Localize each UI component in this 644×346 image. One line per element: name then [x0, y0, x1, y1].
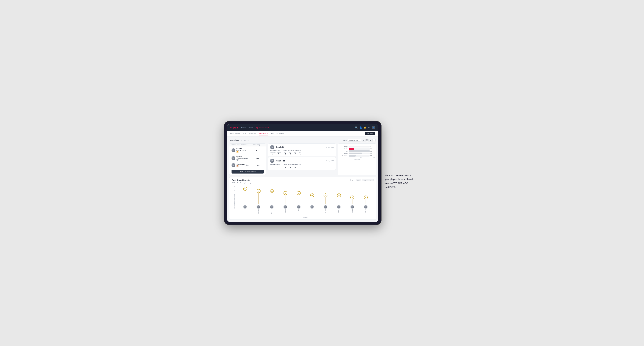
nav-all-players[interactable]: All Players: [276, 132, 284, 135]
bar-value-bogeys: 311: [370, 153, 375, 154]
nav-my-performance[interactable]: My Performance: [256, 126, 268, 129]
player-col: CQC. Quick: [361, 205, 370, 215]
nav-pgat-players[interactable]: PGAT Players: [230, 132, 240, 135]
list-view-btn[interactable]: ☰: [366, 139, 368, 142]
filter-view-btn[interactable]: ⬇: [372, 139, 376, 142]
app-logo: clippd: [230, 126, 238, 129]
activities-label-1: Total Practice Activities: [284, 150, 302, 152]
tournament-val-1: 7: [272, 153, 273, 155]
gold-badge: 1: [236, 151, 238, 153]
card-avatar-1: RB: [270, 145, 274, 149]
streak-bubble: 6x: [270, 189, 274, 193]
nav-home[interactable]: Home: [241, 126, 246, 129]
y-tick-4: 4: [234, 194, 235, 195]
player-name-label: C. Quick: [365, 209, 366, 213]
player-name-label: E. Ebert: [244, 209, 246, 213]
rounds-label-1: Total Rounds: [270, 150, 281, 152]
nav-links: Home Teams My Performance: [241, 126, 352, 129]
player-col: ECE. Crossman: [307, 205, 317, 215]
player-info-1: RB Richard Butler 1: [232, 148, 242, 153]
team-player-count: | 14 Players: [240, 140, 247, 141]
search-icon[interactable]: 🔍: [355, 126, 358, 129]
y-tick-6: 6: [234, 190, 235, 191]
nav-teams[interactable]: Teams: [248, 126, 254, 129]
activities-label-2: Total Practice Activities: [284, 164, 302, 165]
x-label-200: 200: [360, 157, 362, 158]
putt-val-2: 1: [300, 167, 301, 169]
show-select[interactable]: Last 3 months Last 6 months Last year: [348, 139, 361, 142]
card-view-btn[interactable]: ▦: [369, 139, 372, 142]
player-info-3: CM Cameron... 3: [232, 163, 245, 167]
chart-panel: Eagles 3 Birdies: [338, 144, 376, 175]
view-full-leaderboard-btn[interactable]: View Full Leaderboard: [232, 170, 264, 173]
streak-bubble: 5x: [284, 191, 287, 195]
user-icon[interactable]: 👤: [360, 126, 362, 129]
nav-hcaps[interactable]: Hcaps 1-5: [249, 132, 256, 135]
filter-btn-putt[interactable]: PUTT: [368, 179, 374, 181]
player-badge-1: 1: [236, 151, 242, 153]
player-col: BMB. McHerg: [254, 205, 263, 215]
player-dot: EE: [243, 205, 247, 209]
add-team-button[interactable]: Add Team: [365, 132, 375, 135]
team-title: Team Clippd: [230, 139, 239, 141]
streak-bubble: 6x: [257, 189, 260, 193]
y-tick-2: 2: [234, 198, 235, 199]
nav-tour[interactable]: Tour: [270, 132, 274, 135]
bar-track-eagles: [349, 146, 370, 148]
card-player-name-1: Rees Britt: [276, 146, 324, 148]
player-badge-3: 3: [236, 165, 245, 167]
card-date-1: 02 Sep 2023: [326, 147, 334, 148]
ott-val-2: 0: [285, 167, 286, 169]
bar-label-pars: Pars: [339, 151, 348, 152]
filter-btn-app[interactable]: APP: [356, 179, 362, 181]
app-val-2: 0: [290, 167, 291, 169]
streak-bar-col: 4x: [307, 187, 317, 204]
th-pb-avg: PB AVG SQ: [253, 144, 264, 146]
grid-view-btn[interactable]: ⊞: [362, 139, 365, 142]
bar-track-birdies: [349, 148, 370, 150]
player-name-label: B. Ford: [325, 209, 326, 213]
bar-chart: Eagles 3 Birdies: [339, 146, 375, 157]
player-col: BFB. Ford: [320, 205, 330, 215]
filter-btn-ott[interactable]: OTT: [350, 179, 356, 181]
avatar[interactable]: 👤: [372, 126, 375, 129]
streak-bar-col: 6x: [267, 187, 277, 204]
table-row[interactable]: CM Cameron... 3 17/20: [230, 162, 266, 168]
pb-avg-1: 110: [254, 149, 265, 151]
chart-x-axis: 0 200 400: [339, 157, 375, 158]
table-row[interactable]: EC Edward Crossman 2 18/20: [230, 154, 266, 162]
player-col: JCJ. Coles: [280, 205, 290, 215]
th-player-name: PLAYER NAME: [232, 144, 241, 146]
card-date-2: 26 Aug 2023: [326, 160, 334, 162]
card-player-name-2: Josh Coles: [276, 160, 324, 162]
streaks-filter-btns: OTT APP ARG PUTT: [350, 179, 374, 181]
bar-fill-eagles: [349, 146, 349, 148]
y-tick-8: 8: [234, 186, 235, 187]
bar-fill-pars: [349, 150, 370, 152]
nav-team-clippd[interactable]: Team Clippd: [259, 132, 268, 135]
streak-bubble: 7x: [243, 187, 247, 191]
leaderboard-panel: PLAYER NAME PB SCORE PB AVG SQ RB: [229, 144, 266, 175]
bar-row-pars: Pars 499: [339, 150, 375, 152]
filter-btn-arg[interactable]: ARG: [362, 179, 367, 181]
settings-icon[interactable]: ⊕: [368, 126, 370, 129]
practice-val-2: 2: [278, 167, 280, 169]
table-row[interactable]: RB Richard Butler 1 19/20: [230, 147, 266, 154]
rounds-group-2: Total Rounds Tournament 7 Practice: [270, 164, 281, 169]
annotation-text: Here you can see streaks your players ha…: [385, 173, 420, 189]
edit-icon[interactable]: ✏: [248, 139, 249, 141]
card-stats-1: Total Rounds Tournament 7 Practice: [270, 150, 334, 155]
streak-bar-col: 4x: [334, 187, 344, 204]
streaks-header: Best Round Streaks OTT APP ARG PUTT: [232, 179, 374, 181]
player-dot: RB: [297, 205, 301, 209]
bar-fill-bogeys: [349, 153, 362, 154]
practice-val-1: 6: [278, 153, 280, 155]
bell-icon[interactable]: 🔔: [364, 126, 366, 129]
player-dot: EC: [310, 205, 314, 209]
nav-pga[interactable]: PGA: [243, 132, 246, 135]
bar-row-eagles: Eagles 3: [339, 146, 375, 148]
activities-group-2: Total Practice Activities OTT 0 APP: [284, 164, 302, 169]
bar-track-pars: [349, 150, 370, 152]
player-col: RBR. Butler: [348, 205, 357, 215]
player-dot: BM: [256, 205, 260, 209]
